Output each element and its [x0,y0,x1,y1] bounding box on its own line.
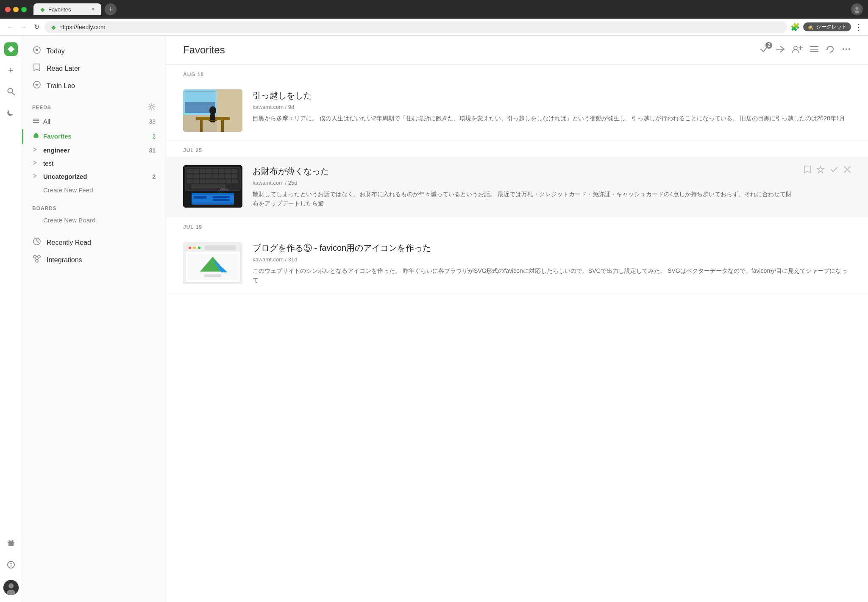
article-title: 引っ越しをした [253,89,851,101]
articles-container: AUG 10 [166,65,868,294]
date-group-aug10: AUG 10 [166,65,868,141]
svg-rect-76 [232,180,237,183]
sidebar-item-engineer[interactable]: engineer 31 [22,144,166,157]
date-group-jul19: JUL 19 [166,217,868,294]
svg-rect-67 [219,175,224,178]
integrations-icon [32,255,42,265]
browser-menu-icon[interactable]: ⋮ [854,22,863,32]
feeds-section-title: FEEDS [32,105,145,111]
svg-rect-70 [187,180,192,183]
sidebar-item-uncategorized[interactable]: Uncategorized 2 [22,170,166,183]
unread-badge: 2 [765,42,772,49]
recently-read-icon [32,237,42,248]
article-info: お財布が薄くなった kawamt.com / 25d 散財してしまったというお話… [253,165,793,208]
incognito-badge: 🕵 シークレット [803,22,851,31]
svg-rect-66 [213,175,218,178]
create-new-board[interactable]: Create New Board [22,213,166,227]
favorites-icon [32,132,39,141]
sidebar-item-integrations[interactable]: Integrations [22,251,166,269]
article-excerpt: 目黒から多摩エリアに。 僕の人生はだいたい2年周期で「住む場所に飽きた、環境を変… [253,114,851,123]
mark-read-article-btn[interactable] [830,165,838,176]
sidebar-item-read-later[interactable]: Read Later [22,60,166,77]
feeds-section: FEEDS All 33 Favorites 2 [22,98,166,197]
refresh-btn[interactable]: ↻ [32,21,41,33]
app-container: + ? [0,36,868,602]
article-source: kawamt.com / 31d [253,256,851,263]
gift-btn[interactable] [3,536,19,551]
svg-rect-62 [187,175,192,178]
article-item[interactable]: 引っ越しをした kawamt.com / 9d 目黒から多摩エリアに。 僕の人生… [166,81,868,141]
forward-btn[interactable]: → [19,22,29,33]
test-label: test [43,160,53,167]
svg-rect-64 [200,175,205,178]
sidebar-item-train-leo[interactable]: Train Leo [22,77,166,94]
svg-rect-97 [204,274,221,277]
browser-profile-btn[interactable] [851,3,863,15]
article-item[interactable]: IXPAN お財布が薄くなった kawamt.com / 25d 散財してしまっ… [166,157,868,217]
feeds-section-header: FEEDS [22,98,166,114]
active-tab[interactable]: ◆ Favorites × [33,3,101,15]
add-members-btn[interactable] [792,44,803,56]
date-group-jul25: JUL 25 [166,141,868,217]
save-article-btn[interactable] [804,165,811,176]
user-avatar[interactable] [3,580,19,595]
boards-section: BOARDS Create New Board [22,200,166,227]
sidebar-bottom: Recently Read Integrations [22,234,166,269]
svg-rect-72 [200,180,205,183]
article-source: kawamt.com / 25d [253,180,793,186]
article-item[interactable]: ブログを作る⑤ - favicon用のアイコンを作った kawamt.com /… [166,233,868,294]
more-options-btn[interactable] [842,44,851,56]
svg-rect-63 [194,175,199,178]
sidebar-item-test[interactable]: test [22,157,166,170]
close-window-btn[interactable] [5,7,11,12]
star-article-btn[interactable] [816,165,825,176]
svg-rect-81 [213,196,230,198]
svg-rect-80 [194,196,206,199]
sidebar-item-today[interactable]: Today [22,42,166,60]
svg-point-36 [849,48,850,50]
address-input[interactable]: ◆ https://feedly.com [45,21,787,33]
feeds-settings-icon[interactable] [148,103,156,112]
svg-rect-69 [232,175,237,178]
mark-all-read-btn[interactable]: 2 [760,44,769,56]
svg-rect-82 [213,199,230,201]
sidebar-item-favorites[interactable]: Favorites 2 [22,129,166,144]
new-tab-btn[interactable]: + [105,3,117,15]
svg-marker-84 [817,166,824,173]
svg-point-23 [36,260,38,262]
help-btn[interactable]: ? [3,558,19,573]
plus-icon: + [8,65,14,76]
svg-rect-73 [206,180,218,183]
svg-line-26 [37,258,39,260]
close-tab-btn[interactable]: × [92,6,95,12]
favorites-count: 2 [152,133,156,140]
search-icon [7,87,15,98]
svg-text:?: ? [9,562,12,568]
feedly-logo[interactable] [4,42,18,56]
svg-point-28 [794,46,797,50]
add-btn[interactable]: + [3,63,19,78]
leo-icon [32,80,42,91]
article-title: お財布が薄くなった [253,165,793,177]
minimize-window-btn[interactable] [13,7,19,12]
create-new-feed[interactable]: Create New Feed [22,183,166,197]
extensions-icon[interactable]: 🧩 [790,22,800,32]
moon-icon [7,109,15,120]
svg-rect-65 [206,175,211,178]
list-view-btn[interactable] [810,44,819,56]
tab-title: Favorites [48,6,71,13]
left-rail: + ? [0,36,22,602]
today-icon [32,46,42,56]
sidebar-item-recently-read[interactable]: Recently Read [22,234,166,251]
back-btn[interactable]: ← [5,22,15,33]
svg-rect-74 [220,180,225,183]
search-btn[interactable] [3,85,19,100]
night-mode-btn[interactable] [3,107,19,122]
maximize-window-btn[interactable] [21,7,27,12]
sidebar-item-all[interactable]: All 33 [22,114,166,129]
refresh-feed-btn[interactable] [826,44,835,56]
dismiss-article-btn[interactable] [843,166,851,175]
svg-rect-57 [206,169,211,173]
share-btn[interactable] [776,44,785,56]
bookmark-icon [32,63,42,74]
